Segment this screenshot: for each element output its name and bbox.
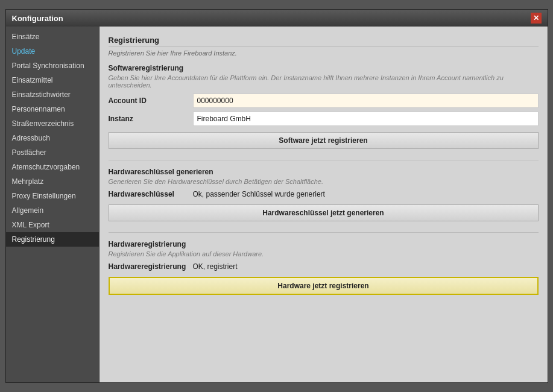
hardware-register-button[interactable]: Hardware jetzt registrieren — [109, 277, 539, 295]
software-section-desc: Geben Sie hier Ihre Accountdaten für die… — [109, 74, 539, 89]
software-registration-section: Softwareregistrierung Geben Sie hier Ihr… — [109, 64, 539, 149]
divider-2 — [109, 232, 539, 233]
hardware-reg-row: Hardwareregistrierung OK, registriert — [109, 262, 539, 271]
software-register-button[interactable]: Software jetzt registrieren — [109, 132, 539, 149]
instanz-label: Instanz — [109, 115, 193, 123]
sidebar-item-proxy[interactable]: Proxy Einstellungen — [6, 189, 99, 203]
software-section-title: Softwareregistrierung — [109, 64, 539, 72]
section-header: Registrierung Registrieren Sie hier Ihre… — [109, 36, 539, 57]
sidebar-item-einsatzstichwörter[interactable]: Einsatzstichwörter — [6, 87, 99, 102]
main-section-title: Registrierung — [109, 36, 539, 47]
sidebar-item-mehrplatz[interactable]: Mehrplatz — [6, 174, 99, 189]
konfiguration-window: Konfiguration ✕ Einsätze Update Portal S… — [5, 9, 548, 383]
sidebar-item-atemschutz[interactable]: Atemschutzvorgaben — [6, 160, 99, 174]
hardware-key-value: Ok, passender Schlüssel wurde generiert — [193, 190, 325, 198]
window-body: Einsätze Update Portal Synchronisation E… — [6, 27, 548, 382]
hardware-key-generate-button[interactable]: Hardwareschlüssel jetzt generieren — [109, 204, 539, 221]
hardware-reg-value: OK, registriert — [193, 262, 238, 271]
account-id-row: Account ID — [109, 93, 539, 108]
sidebar-item-adressbuch[interactable]: Adressbuch — [6, 131, 99, 145]
window-title: Konfiguration — [12, 14, 63, 23]
sidebar-item-postfächer[interactable]: Postfächer — [6, 145, 99, 160]
account-id-label: Account ID — [109, 96, 193, 105]
instanz-input[interactable] — [193, 112, 539, 126]
content-area: Registrierung Registrieren Sie hier Ihre… — [100, 27, 548, 382]
sidebar-item-allgemein[interactable]: Allgemein — [6, 203, 99, 218]
hardware-key-title: Hardwareschlüssel generieren — [109, 168, 539, 176]
close-button[interactable]: ✕ — [531, 13, 542, 24]
main-section-subtitle: Registrieren Sie hier Ihre Fireboard Ins… — [109, 49, 539, 57]
title-bar: Konfiguration ✕ — [6, 10, 548, 27]
hardware-registration-section: Hardwareregistrierung Registrieren Sie d… — [109, 240, 539, 295]
sidebar-item-einsaetze[interactable]: Einsätze — [6, 30, 99, 44]
hardware-reg-title: Hardwareregistrierung — [109, 240, 539, 248]
instanz-row: Instanz — [109, 112, 539, 126]
hardware-key-section: Hardwareschlüssel generieren Generieren … — [109, 168, 539, 221]
hardware-reg-label: Hardwareregistrierung — [109, 262, 193, 271]
sidebar: Einsätze Update Portal Synchronisation E… — [6, 27, 100, 382]
sidebar-item-registrierung[interactable]: Registrierung — [6, 232, 99, 247]
hardware-key-desc: Generieren Sie den Hardwareschlüssel dur… — [109, 178, 539, 185]
divider-1 — [109, 160, 539, 160]
sidebar-item-portal-sync[interactable]: Portal Synchronisation — [6, 58, 99, 73]
hardware-key-label: Hardwareschlüssel — [109, 190, 193, 198]
account-id-input[interactable] — [193, 93, 539, 108]
sidebar-item-strassenverzeichnis[interactable]: Straßenverzeichnis — [6, 116, 99, 131]
hardware-key-row: Hardwareschlüssel Ok, passender Schlüsse… — [109, 190, 539, 198]
sidebar-item-einsatzmittel[interactable]: Einsatzmittel — [6, 73, 99, 87]
sidebar-item-xml-export[interactable]: XML Export — [6, 218, 99, 232]
sidebar-item-update[interactable]: Update — [6, 44, 99, 58]
sidebar-item-personennamen[interactable]: Personennamen — [6, 102, 99, 116]
hardware-reg-desc: Registrieren Sie die Applikation auf die… — [109, 250, 539, 258]
